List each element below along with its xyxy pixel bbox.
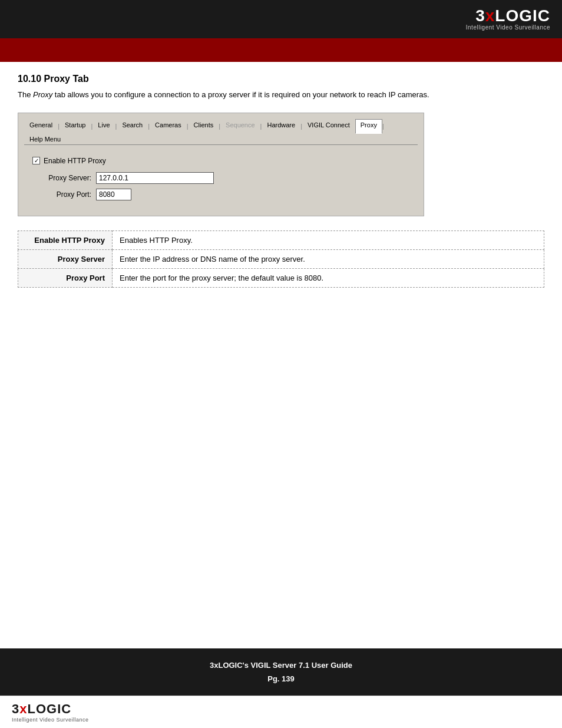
footer-line1: 3xLOGIC's VIGIL Server 7.1 User Guide bbox=[210, 658, 352, 672]
top-header: 3xLOGIC Intelligent Video Surveillance bbox=[0, 0, 562, 38]
footer-line2: Pg. 139 bbox=[267, 672, 295, 686]
proxy-port-row: Proxy Port: bbox=[32, 189, 409, 200]
info-table: Enable HTTP Proxy Enables HTTP Proxy. Pr… bbox=[18, 230, 544, 288]
header-logo-subtitle: Intelligent Video Surveillance bbox=[466, 24, 550, 31]
tab-hardware[interactable]: Hardware bbox=[262, 119, 300, 133]
bottom-logo-bar: 3xLOGIC Intelligent Video Surveillance bbox=[0, 696, 562, 728]
bottom-logo: 3xLOGIC Intelligent Video Surveillance bbox=[12, 701, 88, 723]
field-name-port: Proxy Port bbox=[18, 268, 113, 287]
proxy-server-row: Proxy Server: bbox=[32, 172, 409, 184]
tab-clients[interactable]: Clients bbox=[189, 119, 219, 133]
tab-search[interactable]: Search bbox=[117, 119, 148, 133]
field-desc-port: Enter the port for the proxy server; the… bbox=[113, 268, 544, 287]
tab-help-menu[interactable]: Help Menu bbox=[24, 133, 66, 144]
section-title: 10.10 Proxy Tab bbox=[18, 74, 544, 84]
main-content: 10.10 Proxy Tab The Proxy tab allows you… bbox=[0, 62, 562, 648]
tab-sequence[interactable]: Sequence bbox=[220, 119, 260, 133]
header-logo: 3xLOGIC Intelligent Video Surveillance bbox=[466, 8, 550, 31]
footer: 3xLOGIC's VIGIL Server 7.1 User Guide Pg… bbox=[0, 648, 562, 696]
proxy-port-label: Proxy Port: bbox=[32, 190, 91, 199]
enable-http-proxy-label: Enable HTTP Proxy bbox=[44, 157, 106, 165]
tab-proxy[interactable]: Proxy bbox=[355, 119, 382, 134]
field-desc-server: Enter the IP address or DNS name of the … bbox=[113, 249, 544, 268]
ui-screenshot: General | Startup | Live | Search | Came… bbox=[18, 113, 424, 216]
tab-live[interactable]: Live bbox=[92, 119, 115, 133]
proxy-port-input[interactable] bbox=[96, 189, 131, 200]
proxy-server-label: Proxy Server: bbox=[32, 174, 91, 182]
section-description: The Proxy tab allows you to configure a … bbox=[18, 89, 544, 101]
enable-http-proxy-checkbox[interactable]: ✓ bbox=[32, 157, 40, 164]
table-row: Proxy Server Enter the IP address or DNS… bbox=[18, 249, 544, 268]
table-row: Proxy Port Enter the port for the proxy … bbox=[18, 268, 544, 287]
proxy-form: ✓ Enable HTTP Proxy Proxy Server: Proxy … bbox=[24, 152, 418, 210]
tab-cameras[interactable]: Cameras bbox=[150, 119, 187, 133]
tab-general[interactable]: General bbox=[24, 119, 58, 133]
proxy-server-input[interactable] bbox=[96, 172, 214, 184]
tab-bar: General | Startup | Live | Search | Came… bbox=[24, 119, 418, 145]
header-logo-text: 3xLOGIC bbox=[475, 8, 550, 24]
bottom-logo-subtitle: Intelligent Video Surveillance bbox=[12, 717, 88, 723]
field-desc-enable: Enables HTTP Proxy. bbox=[113, 230, 544, 249]
tab-startup[interactable]: Startup bbox=[59, 119, 91, 133]
table-row: Enable HTTP Proxy Enables HTTP Proxy. bbox=[18, 230, 544, 249]
field-name-server: Proxy Server bbox=[18, 249, 113, 268]
enable-http-proxy-row: ✓ Enable HTTP Proxy bbox=[32, 157, 409, 165]
red-banner bbox=[0, 38, 562, 62]
tab-vigil-connect[interactable]: VIGIL Connect bbox=[302, 119, 355, 133]
bottom-logo-text: 3xLOGIC bbox=[12, 701, 88, 717]
field-name-enable: Enable HTTP Proxy bbox=[18, 230, 113, 249]
